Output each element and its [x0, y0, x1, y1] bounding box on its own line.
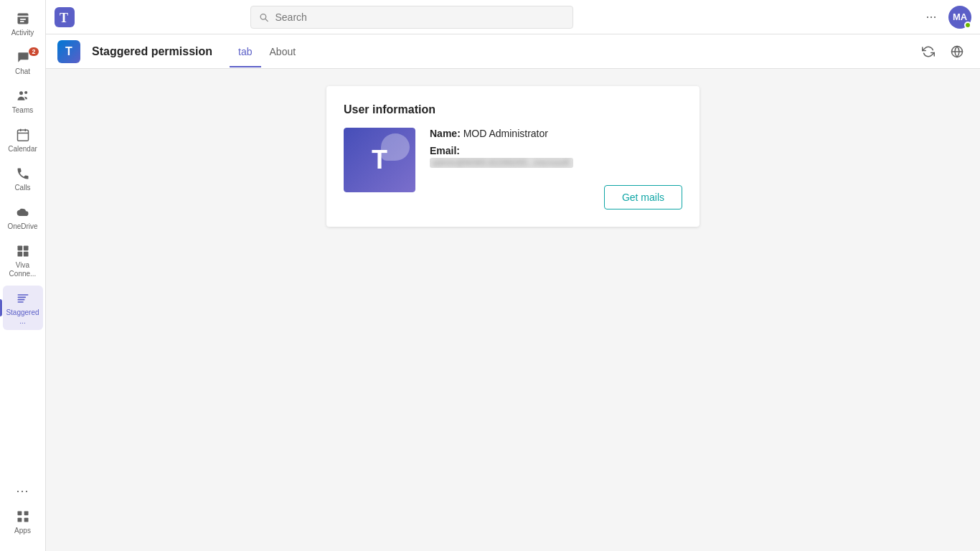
sidebar-item-staggered[interactable]: Staggered ...	[3, 286, 43, 330]
svg-rect-7	[23, 246, 28, 251]
app-icon-letter: T	[65, 45, 72, 58]
teams-blob-decoration	[381, 133, 410, 161]
search-input[interactable]	[275, 11, 565, 23]
calendar-icon	[14, 126, 32, 143]
page-title: Staggered permission	[92, 45, 212, 58]
chat-badge: 2	[29, 47, 38, 56]
sidebar-item-viva[interactable]: Viva Conne...	[3, 238, 43, 283]
user-details: Name: MOD Administrator Email: Get mails	[430, 128, 682, 209]
sidebar-item-label: Staggered ...	[6, 309, 40, 326]
teams-icon	[14, 88, 32, 105]
svg-rect-13	[24, 518, 28, 522]
sidebar-item-calendar[interactable]: Calendar	[3, 122, 43, 158]
user-info-card: User information T Name: MOD Administ	[326, 86, 699, 227]
topbar-right: ··· MA	[920, 6, 971, 29]
svg-rect-11	[24, 512, 28, 516]
sidebar-item-teams[interactable]: Teams	[3, 83, 43, 119]
tab-header: T Staggered permission tab About	[46, 34, 980, 69]
tab-nav: tab About	[230, 37, 304, 67]
name-label: Name:	[430, 128, 461, 139]
tab-tab[interactable]: tab	[230, 37, 260, 67]
user-info-body: T Name: MOD Administrator Email:	[344, 128, 682, 209]
sidebar-item-onedrive[interactable]: OneDrive	[3, 199, 43, 235]
active-indicator	[0, 299, 2, 316]
avatar-initials: MA	[953, 11, 967, 22]
svg-rect-2	[17, 130, 28, 141]
svg-point-0	[19, 91, 23, 95]
svg-point-1	[24, 91, 27, 94]
sidebar-item-label: OneDrive	[7, 222, 37, 231]
user-info-title: User information	[344, 103, 682, 116]
calls-icon	[14, 165, 32, 182]
search-icon	[258, 11, 269, 23]
teams-app-icon: T	[344, 128, 415, 192]
main-area: T ··· MA T Staggered permission	[46, 0, 980, 551]
svg-rect-8	[17, 252, 22, 257]
email-row: Email:	[430, 145, 682, 168]
refresh-icon	[922, 45, 935, 58]
avatar-status	[964, 22, 971, 29]
svg-rect-9	[23, 252, 28, 257]
staggered-icon	[14, 290, 32, 307]
onedrive-icon	[14, 204, 32, 221]
content-area: T Staggered permission tab About	[46, 34, 980, 551]
sidebar-item-more[interactable]: ...	[3, 475, 43, 501]
sidebar-item-label: Chat	[15, 67, 30, 76]
refresh-button[interactable]	[917, 40, 940, 63]
tab-about[interactable]: About	[261, 37, 305, 67]
get-mails-button[interactable]: Get mails	[604, 185, 682, 209]
email-label: Email:	[430, 145, 460, 156]
teams-logo: T	[55, 7, 75, 27]
globe-icon	[951, 45, 963, 58]
email-value	[430, 158, 573, 168]
name-value: MOD Administrator	[463, 128, 548, 139]
svg-rect-6	[17, 246, 22, 251]
sidebar-item-apps[interactable]: Apps	[3, 504, 43, 540]
sidebar-bottom: ... Apps	[3, 475, 43, 545]
sidebar-item-activity[interactable]: Activity	[3, 6, 43, 42]
tab-header-right	[917, 40, 969, 63]
globe-button[interactable]	[946, 40, 969, 63]
svg-rect-10	[17, 512, 22, 516]
sidebar-item-label: Viva Conne...	[6, 261, 40, 278]
app-icon: T	[57, 40, 80, 63]
page-content: User information T Name: MOD Administ	[46, 69, 980, 551]
sidebar-item-calls[interactable]: Calls	[3, 161, 43, 197]
avatar[interactable]: MA	[948, 6, 971, 29]
svg-rect-12	[17, 518, 22, 522]
topbar: T ··· MA	[46, 0, 980, 34]
more-icon: ...	[14, 479, 32, 496]
sidebar-item-label: Calls	[14, 184, 30, 192]
sidebar: Activity 2 Chat Teams Calendar Calls One…	[0, 0, 46, 551]
sidebar-item-label: Calendar	[8, 145, 37, 154]
viva-icon	[14, 242, 32, 260]
sidebar-item-label: Teams	[12, 106, 33, 115]
name-row: Name: MOD Administrator	[430, 128, 682, 139]
user-avatar-image: T	[344, 128, 415, 192]
sidebar-item-label: Activity	[11, 29, 34, 37]
more-options-button[interactable]: ···	[920, 6, 943, 29]
search-bar[interactable]	[250, 6, 573, 29]
activity-icon	[14, 10, 32, 27]
svg-text:T: T	[60, 11, 68, 25]
sidebar-item-label: Apps	[14, 527, 31, 535]
sidebar-item-chat[interactable]: 2 Chat	[3, 44, 43, 80]
apps-icon	[14, 508, 32, 525]
